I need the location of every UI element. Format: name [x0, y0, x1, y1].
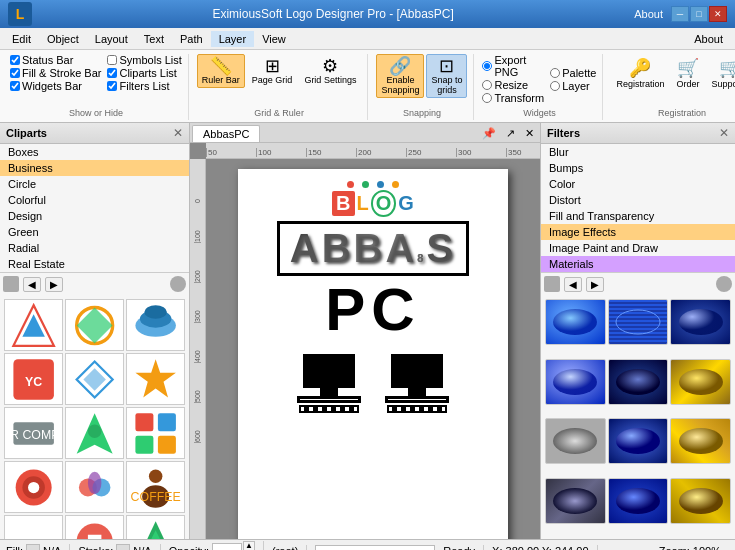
clipart-svg-15 — [130, 519, 181, 540]
filter-thumb-11[interactable] — [608, 478, 669, 524]
checkbox-widgets[interactable]: Widgets Bar — [10, 80, 101, 92]
filter-bumps[interactable]: Bumps — [541, 160, 735, 176]
radio-palette[interactable]: Palette — [550, 67, 596, 79]
menu-item-layer[interactable]: Layer — [211, 31, 255, 47]
snapping-group: 🔗 EnableSnapping ⊡ Snap togrids Snapping — [370, 54, 474, 120]
filter-thumb-7[interactable] — [545, 418, 606, 464]
about-menu-button[interactable]: About — [686, 31, 731, 47]
radio-resize[interactable]: Resize — [482, 79, 544, 91]
cliparts-prev-button[interactable]: ◀ — [23, 277, 41, 292]
base-left — [297, 396, 361, 403]
checkbox-status-bar[interactable]: Status Bar — [10, 54, 101, 66]
filter-thumb-2[interactable] — [608, 299, 669, 345]
dot-orange — [392, 181, 399, 188]
canvas-close-tab-button[interactable]: ✕ — [521, 126, 538, 141]
supports-button[interactable]: 🛒 Supports — [707, 54, 736, 92]
clipart-thumb-15[interactable] — [126, 515, 185, 539]
filter-thumb-4[interactable] — [545, 359, 606, 405]
grid-settings-button[interactable]: ⚙ Grid Settings — [299, 54, 361, 88]
filters-next-button[interactable]: ▶ — [586, 277, 604, 292]
neck-left — [320, 388, 338, 396]
radio-layer[interactable]: Layer — [550, 80, 596, 92]
clipart-thumb-10[interactable] — [4, 461, 63, 513]
close-button[interactable]: ✕ — [709, 6, 727, 22]
filter-thumb-8[interactable] — [608, 418, 669, 464]
category-green[interactable]: Green — [0, 224, 189, 240]
cliparts-grid: YC YOUR COMPANY — [0, 295, 189, 539]
canvas-tab-abbaspc[interactable]: AbbasPC — [192, 125, 260, 142]
menu-item-object[interactable]: Object — [39, 31, 87, 47]
minimize-button[interactable]: ─ — [671, 6, 689, 22]
category-boxes[interactable]: Boxes — [0, 144, 189, 160]
category-real-estate[interactable]: Real Estate — [0, 256, 189, 272]
grid-ruler-group: 📏 Ruler Bar ⊞ Page Grid ⚙ Grid Settings … — [191, 54, 369, 120]
filters-prev-button[interactable]: ◀ — [564, 277, 582, 292]
radio-transform[interactable]: Transform — [482, 92, 544, 104]
category-radial[interactable]: Radial — [0, 240, 189, 256]
checkbox-cliparts-list[interactable]: Cliparts List — [107, 67, 181, 79]
filter-image-paint[interactable]: Image Paint and Draw — [541, 240, 735, 256]
category-design[interactable]: Design — [0, 208, 189, 224]
maximize-button[interactable]: □ — [690, 6, 708, 22]
clipart-thumb-4[interactable]: YC — [4, 353, 63, 405]
clipart-thumb-5[interactable] — [65, 353, 124, 405]
filter-thumb-12[interactable] — [670, 478, 731, 524]
checkbox-symbols-list[interactable]: Symbols List — [107, 54, 181, 66]
enable-snapping-button[interactable]: 🔗 EnableSnapping — [376, 54, 424, 98]
filter-thumb-3[interactable] — [670, 299, 731, 345]
cliparts-close-button[interactable]: ✕ — [173, 126, 183, 140]
filter-thumb-6[interactable] — [670, 359, 731, 405]
filter-blur[interactable]: Blur — [541, 144, 735, 160]
filter-color[interactable]: Color — [541, 176, 735, 192]
clipart-thumb-6[interactable] — [126, 353, 185, 405]
clipart-thumb-1[interactable] — [4, 299, 63, 351]
checkbox-fill-stroke[interactable]: Fill & Stroke Bar — [10, 67, 101, 79]
opacity-input[interactable] — [212, 543, 242, 551]
filter-thumb-9[interactable] — [670, 418, 731, 464]
category-business[interactable]: Business — [0, 160, 189, 176]
about-button[interactable]: About — [634, 8, 663, 20]
menu-item-layout[interactable]: Layout — [87, 31, 136, 47]
clipart-thumb-9[interactable] — [126, 407, 185, 459]
page-grid-button[interactable]: ⊞ Page Grid — [247, 54, 298, 88]
filter-distort[interactable]: Distort — [541, 192, 735, 208]
canvas-float-button[interactable]: ↗ — [502, 126, 519, 141]
clipart-svg-11 — [69, 465, 120, 510]
filter-fill-transparency[interactable]: Fill and Transparency — [541, 208, 735, 224]
cliparts-nav: ◀ ▶ — [0, 272, 189, 295]
ruler-bar-button[interactable]: 📏 Ruler Bar — [197, 54, 245, 88]
stroke-status: Stroke: N/A — [78, 544, 160, 551]
category-colorful[interactable]: Colorful — [0, 192, 189, 208]
filter-thumb-5[interactable] — [608, 359, 669, 405]
filter-materials[interactable]: Materials — [541, 256, 735, 272]
opacity-up-button[interactable]: ▲ — [243, 541, 255, 551]
canvas-pin-button[interactable]: 📌 — [478, 126, 500, 141]
clipart-thumb-8[interactable] — [65, 407, 124, 459]
canvas-page[interactable]: B L O G ABBA8S PC — [238, 169, 508, 539]
category-circle[interactable]: Circle — [0, 176, 189, 192]
order-button[interactable]: 🛒 Order — [671, 54, 704, 92]
filter-thumb-1[interactable] — [545, 299, 606, 345]
clipart-svg-3 — [130, 303, 181, 348]
filter-image-effects[interactable]: Image Effects — [541, 224, 735, 240]
clipart-thumb-14[interactable] — [65, 515, 124, 539]
radio-export-png[interactable]: Export PNG — [482, 54, 544, 78]
menu-item-text[interactable]: Text — [136, 31, 172, 47]
menu-item-path[interactable]: Path — [172, 31, 211, 47]
clipart-thumb-12[interactable]: COFFEE — [126, 461, 185, 513]
registration-button[interactable]: 🔑 Registration — [611, 54, 669, 92]
clipart-thumb-11[interactable] — [65, 461, 124, 513]
clipart-thumb-2[interactable] — [65, 299, 124, 351]
menu-item-view[interactable]: View — [254, 31, 294, 47]
clipart-thumb-13[interactable]: YOURCOMPANY — [4, 515, 63, 539]
cliparts-next-button[interactable]: ▶ — [45, 277, 63, 292]
svg-point-37 — [616, 488, 660, 514]
filter-thumb-10[interactable] — [545, 478, 606, 524]
canvas-scroll[interactable]: 50 100 150 200 250 300 350 0 100 200 300… — [190, 143, 540, 539]
filters-close-button[interactable]: ✕ — [719, 126, 729, 140]
clipart-thumb-7[interactable]: YOUR COMPANY — [4, 407, 63, 459]
clipart-thumb-3[interactable] — [126, 299, 185, 351]
menu-item-edit[interactable]: Edit — [4, 31, 39, 47]
checkbox-filters-list[interactable]: Filters List — [107, 80, 181, 92]
snap-to-grids-button[interactable]: ⊡ Snap togrids — [426, 54, 467, 98]
